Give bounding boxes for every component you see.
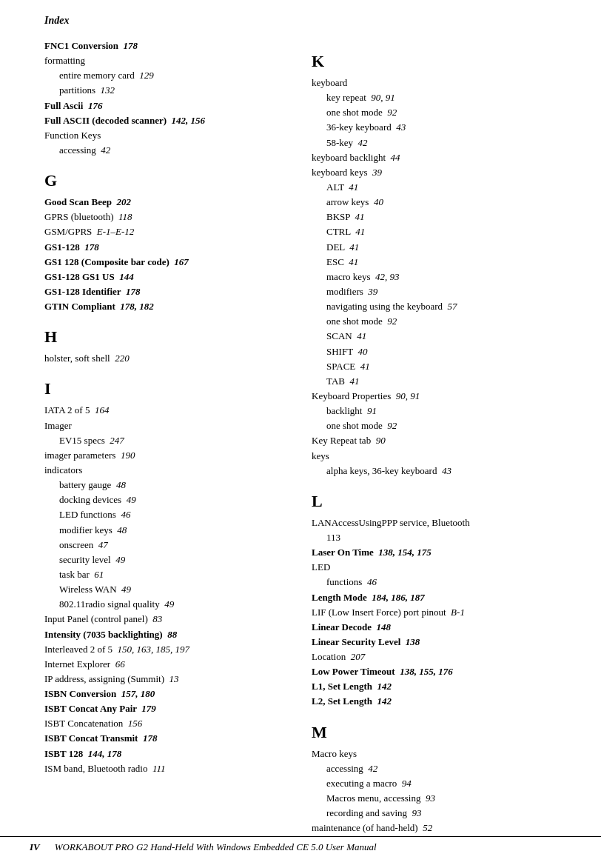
index-entry: onscreen 47 [44, 538, 289, 552]
index-entry: L2, Set Length 142 [312, 694, 557, 709]
index-entry: LED functions 46 [44, 507, 289, 522]
index-entry: Length Mode 184, 186, 187 [312, 590, 557, 605]
index-entry: keyboard [312, 76, 557, 90]
index-entry: modifiers 39 [312, 284, 557, 299]
index-entry: IP address, assigning (Summit) 13 [44, 672, 289, 687]
index-entry: one shot mode 92 [312, 105, 557, 120]
index-entry: modifier keys 48 [44, 523, 289, 538]
index-entry: Linear Security Level 138 [312, 635, 557, 650]
index-entry: SHIFT 40 [312, 344, 557, 359]
index-entry: 113 [312, 530, 557, 545]
index-entry: Good Scan Beep 202 [44, 195, 289, 210]
index-section: IIATA 2 of 5 164ImagerEV15 specs 247imag… [44, 366, 289, 776]
index-entry: Laser On Time 138, 154, 175 [312, 545, 557, 560]
index-entry: Wireless WAN 49 [44, 582, 289, 597]
index-section: GGood Scan Beep 202GPRS (bluetooth) 118G… [44, 158, 289, 314]
index-entry: ESC 41 [312, 255, 557, 270]
index-entry: accessing 42 [312, 761, 557, 776]
index-entry: security level 49 [44, 552, 289, 567]
index-entry: ISBT 128 144, 178 [44, 747, 289, 761]
index-entry: recording and saving 93 [312, 806, 557, 821]
index-entry: Linear Decode 148 [312, 620, 557, 635]
page-header: Index [44, 15, 557, 27]
index-entry: Full ASCII (decoded scanner) 142, 156 [44, 113, 289, 128]
main-content: FNC1 Conversion 178formattingentire memo… [44, 39, 557, 835]
index-entry: ISBN Conversion 157, 180 [44, 687, 289, 701]
index-entry: macro keys 42, 93 [312, 270, 557, 284]
index-section: MMacro keysaccessing 42executing a macro… [312, 710, 557, 836]
index-entry: arrow keys 40 [312, 195, 557, 210]
index-entry: LANAccessUsingPPP service, Bluetooth [312, 515, 557, 530]
index-entry: Keyboard Properties 90, 91 [312, 389, 557, 404]
right-column: Kkeyboardkey repeat 90, 91one shot mode … [312, 39, 557, 835]
index-entry: formatting [44, 53, 289, 68]
index-entry: 802.11radio signal quality 49 [44, 597, 289, 612]
index-entry: CTRL 41 [312, 224, 557, 239]
index-entry: keys [312, 449, 557, 464]
index-entry: task bar 61 [44, 567, 289, 582]
index-entry: Low Power Timeout 138, 155, 176 [312, 664, 557, 679]
index-entry: GS1 128 (Composite bar code) 167 [44, 255, 289, 270]
index-entry: Key Repeat tab 90 [312, 433, 557, 448]
section-letter-m: M [312, 723, 557, 742]
index-entry: keyboard keys 39 [312, 165, 557, 180]
section-letter-k: K [312, 52, 557, 71]
index-entry: keyboard backlight 44 [312, 150, 557, 165]
index-entry: 36-key keyboard 43 [312, 120, 557, 135]
index-entry: imager parameters 190 [44, 448, 289, 463]
index-entry: BKSP 41 [312, 210, 557, 224]
index-entry: LED [312, 560, 557, 575]
index-entry: ISBT Concat Transmit 178 [44, 731, 289, 746]
index-entry: TAB 41 [312, 374, 557, 389]
index-entry: GTIN Compliant 178, 182 [44, 299, 289, 314]
index-entry: accessing 42 [44, 143, 289, 158]
index-entry: FNC1 Conversion 178 [44, 39, 289, 53]
index-section: LLANAccessUsingPPP service, Bluetooth113… [312, 478, 557, 710]
index-entry: LIF (Low Insert Force) port pinout B-1 [312, 605, 557, 620]
index-entry: backlight 91 [312, 404, 557, 418]
index-entry: Macros menu, accessing 93 [312, 791, 557, 806]
index-entry: Imager [44, 418, 289, 433]
index-section: FNC1 Conversion 178formattingentire memo… [44, 39, 289, 158]
section-letter-i: I [44, 379, 289, 398]
index-entry: alpha keys, 36-key keyboard 43 [312, 464, 557, 478]
index-entry: GPRS (bluetooth) 118 [44, 210, 289, 224]
index-entry: one shot mode 92 [312, 314, 557, 329]
footer-page-number: IV [30, 841, 40, 853]
index-entry: 58-key 42 [312, 136, 557, 150]
index-entry: EV15 specs 247 [44, 433, 289, 448]
index-entry: holster, soft shell 220 [44, 351, 289, 366]
index-entry: maintenance (of hand-held) 52 [312, 821, 557, 835]
index-entry: DEL 41 [312, 240, 557, 255]
index-entry: ISBT Concat Any Pair 179 [44, 701, 289, 716]
index-entry: GS1-128 Identifier 178 [44, 284, 289, 299]
index-entry: L1, Set Length 142 [312, 679, 557, 694]
header-title: Index [44, 15, 69, 26]
index-entry: GSM/GPRS E-1–E-12 [44, 224, 289, 239]
index-entry: Macro keys [312, 747, 557, 761]
index-entry: executing a macro 94 [312, 776, 557, 791]
page-footer: IV WORKABOUT PRO G2 Hand-Held With Windo… [0, 836, 601, 853]
index-entry: indicators [44, 463, 289, 478]
index-entry: SPACE 41 [312, 359, 557, 374]
index-entry: Input Panel (control panel) 83 [44, 612, 289, 627]
index-entry: SCAN 41 [312, 329, 557, 344]
index-entry: ISM band, Bluetooth radio 111 [44, 761, 289, 776]
index-section: Kkeyboardkey repeat 90, 91one shot mode … [312, 39, 557, 478]
index-entry: one shot mode 92 [312, 418, 557, 433]
index-section: Hholster, soft shell 220 [44, 314, 289, 366]
index-entry: ALT 41 [312, 180, 557, 195]
index-entry: Location 207 [312, 650, 557, 664]
index-entry: docking devices 49 [44, 493, 289, 507]
left-column: FNC1 Conversion 178formattingentire memo… [44, 39, 289, 835]
index-entry: GS1-128 GS1 US 144 [44, 270, 289, 284]
index-entry: entire memory card 129 [44, 68, 289, 83]
index-entry: battery gauge 48 [44, 478, 289, 493]
index-entry: functions 46 [312, 575, 557, 590]
index-entry: Full Ascii 176 [44, 99, 289, 113]
index-entry: GS1-128 178 [44, 240, 289, 255]
section-letter-l: L [312, 492, 557, 511]
section-letter-h: H [44, 327, 289, 347]
index-entry: ISBT Concatenation 156 [44, 716, 289, 731]
index-entry: partitions 132 [44, 83, 289, 98]
